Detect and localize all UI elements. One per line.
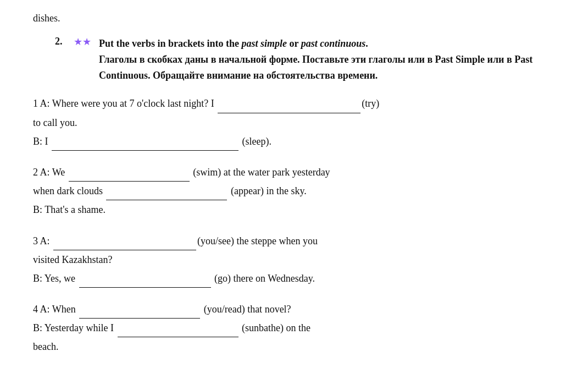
exercise-instruction: Put the verbs in brackets into the past … bbox=[99, 36, 555, 83]
instruction-suffix: . bbox=[365, 38, 368, 49]
instruction-ru: Глаголы в скобках даны в начальной форме… bbox=[99, 54, 532, 81]
instruction-italic1: past simple bbox=[242, 38, 287, 49]
top-text: dishes. bbox=[33, 11, 555, 26]
sentence-4b2: beach. bbox=[33, 337, 555, 356]
exercise-header: 2. ★★ Put the verbs in brackets into the… bbox=[55, 36, 555, 83]
s2a2-blank[interactable] bbox=[106, 188, 227, 200]
s3b-prefix: B: Yes, we bbox=[33, 273, 78, 284]
s3b-blank[interactable] bbox=[79, 276, 211, 288]
sentence-2b: B: That's a shame. bbox=[33, 200, 555, 219]
s1a-suffix: (try) bbox=[362, 98, 379, 109]
sentence-3b: B: Yes, we (go) there on Wednesday. bbox=[33, 269, 555, 288]
s4b2-text: beach. bbox=[33, 341, 58, 352]
s2a2-suffix: (appear) in the sky. bbox=[228, 185, 306, 196]
s2a-prefix: 2 A: We bbox=[33, 167, 68, 178]
s1a-blank[interactable] bbox=[218, 101, 360, 113]
s2b-text: B: That's a shame. bbox=[33, 204, 106, 215]
sentence-2a: 2 A: We (swim) at the water park yesterd… bbox=[33, 163, 555, 182]
content-area: 1 A: Where were you at 7 o'clock last ni… bbox=[33, 94, 555, 356]
exercise-number: 2. bbox=[55, 36, 68, 47]
s1a-prefix: 1 A: Where were you at 7 o'clock last ni… bbox=[33, 98, 217, 109]
s4b-blank[interactable] bbox=[118, 325, 238, 337]
s2a2-prefix: when dark clouds bbox=[33, 185, 105, 196]
s1b-suffix: (sleep). bbox=[240, 136, 271, 147]
s2a-suffix: (swim) at the water park yesterday bbox=[191, 167, 330, 178]
s3a-blank[interactable] bbox=[53, 238, 196, 250]
sentence-group-4: 4 A: When (you/read) that novel? B: Yest… bbox=[33, 300, 555, 356]
s4a-blank[interactable] bbox=[79, 306, 200, 319]
s4b-prefix: B: Yesterday while I bbox=[33, 322, 117, 333]
s3a-prefix: 3 A: bbox=[33, 235, 52, 246]
sentence-4a: 4 A: When (you/read) that novel? bbox=[33, 300, 555, 319]
sentence-1a: 1 A: Where were you at 7 o'clock last ni… bbox=[33, 94, 555, 113]
s3b-suffix: (go) there on Wednesday. bbox=[212, 273, 315, 284]
s1a2-text: to call you. bbox=[33, 117, 77, 128]
sentence-1b: B: I (sleep). bbox=[33, 132, 555, 151]
sentence-1a2: to call you. bbox=[33, 113, 555, 132]
instruction-mid1: or bbox=[287, 38, 301, 49]
sentence-3a: 3 A: (you/see) the steppe when you bbox=[33, 232, 555, 250]
s4b-suffix: (sunbathe) on the bbox=[240, 322, 310, 333]
sentence-group-3: 3 A: (you/see) the steppe when you visit… bbox=[33, 232, 555, 288]
sentence-4b: B: Yesterday while I (sunbathe) on the bbox=[33, 319, 555, 337]
s2a-blank[interactable] bbox=[69, 169, 190, 182]
s3a2-text: visited Kazakhstan? bbox=[33, 254, 112, 265]
instruction-italic2: past continuous bbox=[301, 38, 366, 49]
s1b-prefix: B: I bbox=[33, 136, 51, 147]
s3a-suffix: (you/see) the steppe when you bbox=[197, 235, 318, 246]
exercise-block: 2. ★★ Put the verbs in brackets into the… bbox=[55, 36, 555, 83]
s4a-prefix: 4 A: When bbox=[33, 304, 78, 315]
sentence-3a2: visited Kazakhstan? bbox=[33, 250, 555, 269]
sentence-2a2: when dark clouds (appear) in the sky. bbox=[33, 182, 555, 200]
sentence-group-2: 2 A: We (swim) at the water park yesterd… bbox=[33, 163, 555, 220]
s1b-blank[interactable] bbox=[52, 139, 238, 151]
exercise-stars: ★★ bbox=[74, 36, 91, 48]
sentence-group-1: 1 A: Where were you at 7 o'clock last ni… bbox=[33, 94, 555, 151]
s4a-suffix: (you/read) that novel? bbox=[201, 304, 291, 315]
instruction-prefix: Put the verbs in brackets into the bbox=[99, 38, 242, 49]
